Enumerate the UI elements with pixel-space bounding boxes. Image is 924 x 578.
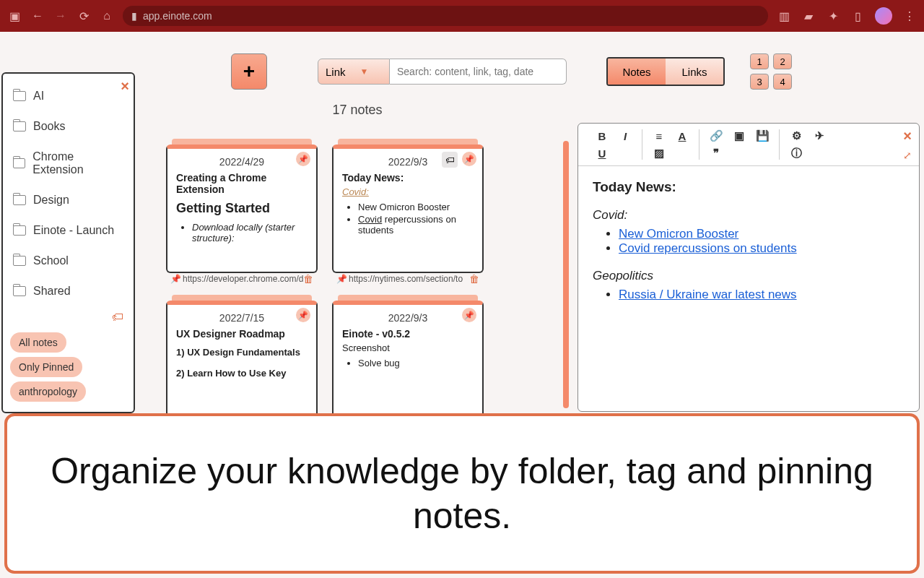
folder-icon: [13, 195, 26, 205]
app-toolbar: + Link ▼ Notes Links 1 2 3 4: [0, 32, 924, 97]
tab-notes[interactable]: Notes: [608, 59, 666, 85]
sidebar-folder[interactable]: Shared: [3, 276, 134, 306]
view-tabs: Notes Links: [606, 57, 725, 86]
underline-icon[interactable]: U: [596, 147, 609, 160]
folder-icon: [13, 121, 26, 131]
note-card[interactable]: 📌 2022/9/3 Einote - v0.5.2 Screenshot So…: [332, 301, 484, 429]
pin-icon[interactable]: 📌: [462, 308, 476, 322]
image-icon[interactable]: ▣: [733, 129, 746, 142]
sidebar-toggle-icon[interactable]: ▣: [7, 9, 22, 23]
sidebar: × AI Books Chrome Extension Design Einot…: [1, 72, 135, 413]
promo-banner: Organize your knowledge by folder, tag a…: [4, 413, 920, 574]
search-input[interactable]: [390, 59, 567, 85]
note-editor: B I U ≡ A ▨ 🔗 ▣ 💾 ❞: [578, 123, 920, 412]
cols-3-button[interactable]: 3: [750, 74, 769, 90]
note-card[interactable]: 📌 2022/7/15 UX Designer Roadmap 1) UX De…: [166, 301, 318, 429]
align-icon[interactable]: ≡: [653, 129, 666, 142]
tag-icon[interactable]: 🏷: [442, 152, 458, 168]
trash-icon[interactable]: 🗑: [303, 273, 313, 285]
pin-icon[interactable]: 📌: [296, 152, 310, 166]
editor-title: Today News:: [593, 179, 905, 195]
close-icon[interactable]: ×: [121, 78, 129, 95]
avatar[interactable]: [875, 7, 892, 25]
column-buttons: 1 2 3 4: [750, 53, 801, 90]
pane-divider[interactable]: [563, 141, 569, 408]
sidebar-folder[interactable]: AI: [3, 81, 134, 111]
extensions-icon[interactable]: ✦: [826, 9, 840, 23]
pin-icon: 📌: [336, 274, 347, 284]
folder-icon: [13, 256, 26, 266]
cols-1-button[interactable]: 1: [750, 53, 769, 69]
editor-link[interactable]: New Omicron Booster: [619, 227, 738, 241]
tag-filter[interactable]: All notes: [10, 332, 66, 353]
home-icon[interactable]: ⌂: [100, 9, 114, 23]
bold-icon[interactable]: B: [596, 129, 609, 142]
folder-icon: [13, 91, 26, 101]
tag-filter[interactable]: Only Pinned: [10, 357, 82, 377]
device-icon[interactable]: ▯: [850, 9, 865, 23]
back-icon[interactable]: ←: [30, 9, 45, 23]
folder-icon: [13, 225, 26, 236]
info-icon[interactable]: ⓘ: [790, 147, 803, 160]
forward-icon[interactable]: →: [53, 9, 68, 23]
sidebar-folder[interactable]: Chrome Extension: [3, 142, 134, 185]
gear-icon[interactable]: ⚙: [790, 129, 803, 142]
tag-filter[interactable]: anthropology: [10, 381, 86, 402]
note-card[interactable]: 📌 2022/4/29 Creating a Chrome Extension …: [166, 144, 318, 286]
note-card[interactable]: 🏷 📌 2022/9/3 Today News: Covid: New Omic…: [332, 144, 484, 286]
chevron-down-icon: ▼: [360, 66, 369, 77]
highlight-icon[interactable]: ▨: [653, 147, 666, 160]
cols-2-button[interactable]: 2: [773, 53, 792, 69]
sidebar-folder[interactable]: Einote - Launch: [3, 215, 134, 246]
cols-4-button[interactable]: 4: [773, 74, 792, 90]
font-color-icon[interactable]: A: [676, 129, 689, 142]
send-icon[interactable]: ✈: [813, 129, 826, 142]
reload-icon[interactable]: ⟳: [77, 9, 91, 23]
quote-icon[interactable]: ❞: [710, 147, 723, 160]
address-bar[interactable]: ▮ app.einote.com: [123, 6, 768, 26]
menu-icon[interactable]: ⋮: [902, 9, 917, 23]
note-link-text[interactable]: https://developer.chrome.com/d: [183, 274, 303, 284]
filter-type-label: Link: [326, 66, 346, 78]
trash-icon[interactable]: 🗑: [469, 273, 479, 285]
add-note-button[interactable]: +: [231, 53, 267, 90]
download-icon[interactable]: ▰: [801, 9, 816, 23]
attach-icon[interactable]: 🔗: [710, 129, 723, 142]
pin-icon[interactable]: 📌: [462, 152, 476, 166]
browser-top-bar: ▣ ← → ⟳ ⌂ ▮ app.einote.com ▥ ▰ ✦ ▯ ⋮: [0, 0, 924, 32]
folder-icon: [13, 286, 26, 296]
notes-count: 17 notes: [0, 103, 924, 118]
sidebar-folder[interactable]: School: [3, 246, 134, 276]
pin-icon: 📌: [170, 274, 181, 284]
close-icon[interactable]: ×: [903, 128, 912, 144]
editor-toolbar: B I U ≡ A ▨ 🔗 ▣ 💾 ❞: [578, 124, 919, 166]
library-icon[interactable]: ▥: [777, 9, 791, 23]
save-icon[interactable]: 💾: [756, 129, 769, 142]
folder-icon: [13, 158, 25, 168]
filter-type-dropdown[interactable]: Link ▼: [318, 59, 390, 85]
tab-links[interactable]: Links: [666, 59, 723, 85]
tag-icon[interactable]: 🏷: [112, 311, 126, 325]
lock-icon: ▮: [131, 10, 137, 22]
pin-icon[interactable]: 📌: [296, 308, 310, 322]
editor-link[interactable]: Russia / Ukraine war latest news: [619, 288, 797, 301]
expand-icon[interactable]: ⤢: [903, 150, 912, 161]
sidebar-folder[interactable]: Design: [3, 185, 134, 215]
italic-icon[interactable]: I: [619, 129, 632, 142]
url-text: app.einote.com: [143, 10, 212, 22]
editor-link[interactable]: Covid repercussions on students: [619, 241, 797, 255]
notes-grid: 📌 2022/4/29 Creating a Chrome Extension …: [166, 144, 513, 429]
note-link-text[interactable]: https://nytimes.com/section/to: [349, 274, 463, 284]
sidebar-folder[interactable]: Books: [3, 111, 134, 142]
editor-body[interactable]: Today News: Covid: New Omicron Booster C…: [578, 166, 919, 328]
